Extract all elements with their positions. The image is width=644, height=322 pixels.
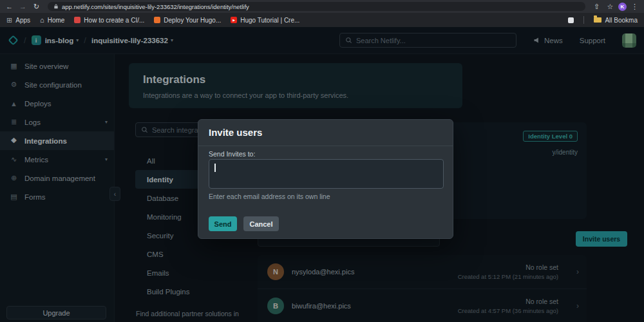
gear-icon: ⚙ [9,80,19,89]
invite-helper-text: Enter each email address on its own line [209,193,330,200]
sidebar-item-label: Deploys [24,100,52,108]
sidebar-item-label: Site overview [24,62,68,70]
folder-icon [594,17,601,23]
sidebar-item-label: Domain management [24,175,95,182]
netlify-search-input[interactable] [356,37,511,44]
sidebar-item-forms[interactable]: ▤ Forms [0,187,114,206]
user-meta: No role set Created at 5:12 PM (21 minut… [458,263,558,280]
sidebar-item-domain-management[interactable]: ⊕ Domain management [0,169,114,187]
lock-icon [53,4,59,9]
screen: ← → ↻ app.netlify.com/sites/inquisitive-… [0,0,644,322]
bookmark-star-icon[interactable]: ☆ [605,0,616,13]
invite-users-button[interactable]: Invite users [576,231,627,247]
sidebar-nav: ▦ Site overview ⚙ Site configuration ▲ D… [0,54,114,206]
chevron-right-icon: › [576,267,579,276]
invite-emails-textarea[interactable] [209,159,444,189]
bookmark-apps[interactable]: ⊞ Apps [6,16,30,24]
cancel-button[interactable]: Cancel [243,216,279,231]
all-bookmarks-label: All Bookma [605,17,638,24]
user-meta: No role set Created at 4:57 PM (36 minut… [458,298,558,314]
sidebar-item-site-overview[interactable]: ▦ Site overview [0,57,114,75]
sidebar-collapse-handle[interactable]: ‹ [109,187,120,201]
bookmark-home[interactable]: ⌂ Home [40,16,64,24]
browser-menu-icon[interactable]: ⋮ [629,0,640,13]
modal-divider [198,146,453,146]
forward-icon[interactable]: → [17,0,28,13]
user-created: Created at 5:12 PM (21 minutes ago) [458,273,558,280]
bookmark-label: Apps [15,17,30,24]
page-title: Integrations [143,73,448,86]
category-cms[interactable]: CMS [135,245,245,263]
url-text: app.netlify.com/sites/inquisitive-lily-2… [62,3,249,10]
sidebar-item-deploys[interactable]: ▲ Deploys [0,94,114,113]
sidebar-item-integrations[interactable]: ❖ Integrations [0,131,114,150]
chevron-down-icon: ▾ [76,37,79,43]
domain-icon: ⊕ [9,174,19,182]
sidebar-item-label: Integrations [24,137,67,145]
user-email: biwufira@hexi.pics [292,302,351,310]
user-email: nysyloda@hexi.pics [292,268,354,276]
netlify-search [339,33,516,48]
page-subtitle: Integrations are a way to connect your a… [143,91,448,99]
user-row[interactable]: N nysyloda@hexi.pics No role set Created… [258,255,587,289]
users-list: N nysyloda@hexi.pics No role set Created… [258,255,587,322]
team-selector[interactable]: ins-blog [45,37,74,44]
chevron-down-icon: ▾ [105,119,108,125]
user-role: No role set [458,263,558,271]
sidebar-item-site-configuration[interactable]: ⚙ Site configuration [0,75,114,94]
bookmark-label: Home [48,17,65,24]
upgrade-button[interactable]: Upgrade [6,306,106,319]
apps-grid-icon: ⊞ [6,16,12,24]
support-button[interactable]: Support [580,37,605,44]
modal-title: Invite users [209,127,262,138]
bookmark-deploy-hugo[interactable]: Deploy Your Hugo... [154,17,221,24]
logs-icon: ≣ [9,118,19,126]
invite-users-modal: Invite users Send Invites to: Enter each… [198,119,453,239]
news-button[interactable]: News [533,37,563,44]
sidebar-item-logs[interactable]: ≣ Logs ▾ [0,113,114,131]
bookmark-ci-tutorial[interactable]: How to create a CI/... [74,17,144,24]
megaphone-icon [533,37,540,44]
reload-icon[interactable]: ↻ [31,0,42,13]
support-label: Support [580,37,605,44]
category-build-plugins[interactable]: Build Plugins [135,282,245,301]
user-row[interactable]: B biwufira@hexi.pics No role set Created… [258,289,587,322]
netlify-logo-icon[interactable] [8,35,19,46]
browser-profile-avatar[interactable]: K [618,3,627,11]
back-icon[interactable]: ← [4,0,15,13]
share-icon[interactable]: ⇧ [591,0,602,13]
browser-toolbar: ← → ↻ app.netlify.com/sites/inquisitive-… [0,0,644,13]
bookmark-label: Hugo Tutorial | Cre... [240,17,299,24]
team-avatar: i [32,35,41,45]
bookmark-favicon[interactable] [568,17,574,23]
site-overview-icon: ▦ [9,62,19,70]
bookmarks-separator [583,16,584,24]
home-icon: ⌂ [40,16,44,24]
url-bar[interactable]: app.netlify.com/sites/inquisitive-lily-2… [48,2,585,11]
partner-note: Find additional partner solutions in [136,310,239,317]
sidebar-item-label: Site configuration [24,81,82,89]
bookmark-label: Deploy Your Hugo... [164,17,221,24]
identity-endpoint[interactable]: y/identity [553,149,578,156]
category-emails[interactable]: Emails [135,263,245,282]
bookmark-hugo-tutorial[interactable]: ▶ Hugo Tutorial | Cre... [231,17,299,24]
bookmark-favicon-red [74,17,80,23]
all-bookmarks[interactable]: All Bookma [594,17,638,24]
chevron-down-icon: ▾ [105,156,108,162]
avatar: B [267,298,284,314]
youtube-icon: ▶ [231,17,237,23]
site-selector[interactable]: inquisitive-lily-233632 [91,37,168,44]
app-header: / i ins-blog ▾ / inquisitive-lily-233632… [0,27,644,54]
chevron-right-icon: › [576,301,579,310]
news-label: News [544,37,563,44]
user-avatar[interactable] [622,33,636,48]
sidebar-item-metrics[interactable]: ∿ Metrics ▾ [0,150,114,169]
bookmark-favicon-orange [154,17,160,23]
identity-level-badge: Identity Level 0 [523,131,578,142]
netlify-app: / i ins-blog ▾ / inquisitive-lily-233632… [0,27,644,322]
send-button[interactable]: Send [209,216,237,231]
sidebar-item-label: Metrics [24,156,48,164]
breadcrumb-slash: / [84,35,86,45]
sidebar: ▦ Site overview ⚙ Site configuration ▲ D… [0,54,115,322]
integrations-hero: Integrations Integrations are a way to c… [129,63,462,108]
